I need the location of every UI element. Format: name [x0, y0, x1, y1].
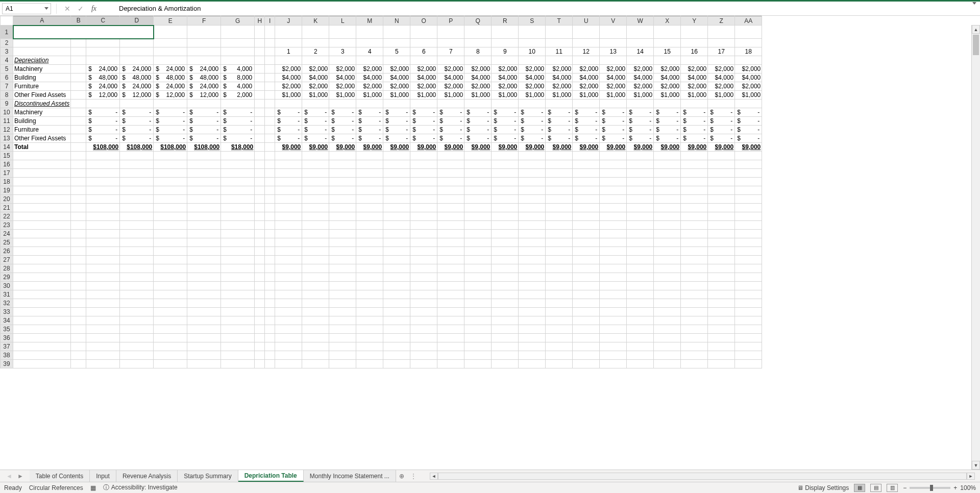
- cell-J38[interactable]: [275, 351, 302, 360]
- cell-B6[interactable]: [71, 73, 86, 82]
- cell-L28[interactable]: [329, 264, 356, 273]
- cell-U13[interactable]: $-: [573, 134, 600, 143]
- cell-J19[interactable]: [275, 186, 302, 195]
- cell-L9[interactable]: [329, 100, 356, 108]
- cell-Y27[interactable]: [681, 256, 708, 264]
- cell-Z2[interactable]: [708, 39, 735, 47]
- cell-Y35[interactable]: [681, 325, 708, 334]
- cell-J35[interactable]: [275, 325, 302, 334]
- cell-X36[interactable]: [654, 334, 681, 342]
- col-header-Z[interactable]: Z: [708, 16, 735, 26]
- cell-K5[interactable]: $2,000: [302, 65, 329, 73]
- cell-Y10[interactable]: $-: [681, 108, 708, 117]
- cell-AA25[interactable]: [735, 238, 762, 247]
- row-header-35[interactable]: 35: [1, 325, 13, 334]
- cell-D7[interactable]: $24,000: [120, 82, 154, 91]
- cell-X23[interactable]: [654, 221, 681, 230]
- cell-Y6[interactable]: $4,000: [681, 73, 708, 82]
- cell-C35[interactable]: [86, 325, 120, 334]
- cell-U5[interactable]: $2,000: [573, 65, 600, 73]
- cell-Q11[interactable]: $-: [464, 117, 492, 126]
- cell-P38[interactable]: [437, 351, 464, 360]
- cell-Q18[interactable]: [464, 178, 492, 186]
- cell-K12[interactable]: $-: [302, 126, 329, 134]
- cell-I9[interactable]: [265, 100, 275, 108]
- cell-F7[interactable]: $24,000: [187, 82, 221, 91]
- scroll-down-icon[interactable]: ▼: [972, 461, 980, 470]
- cell-C9[interactable]: [86, 100, 120, 108]
- cell-A21[interactable]: [13, 204, 71, 212]
- cell-P3[interactable]: 7: [437, 47, 464, 56]
- cell-Q39[interactable]: [464, 360, 492, 368]
- cell-D32[interactable]: [120, 299, 154, 308]
- cell-L37[interactable]: [329, 342, 356, 351]
- cell-T26[interactable]: [546, 247, 573, 256]
- cell-A37[interactable]: [13, 342, 71, 351]
- cell-G39[interactable]: [221, 360, 255, 368]
- cell-C16[interactable]: [86, 160, 120, 169]
- cell-H11[interactable]: [255, 117, 265, 126]
- cell-I23[interactable]: [265, 221, 275, 230]
- cell-X35[interactable]: [654, 325, 681, 334]
- cell-G26[interactable]: [221, 247, 255, 256]
- cell-P26[interactable]: [437, 247, 464, 256]
- cell-S36[interactable]: [519, 334, 546, 342]
- cell-Y23[interactable]: [681, 221, 708, 230]
- cell-X31[interactable]: [654, 290, 681, 299]
- cell-S24[interactable]: [519, 230, 546, 238]
- cell-Y17[interactable]: [681, 169, 708, 178]
- cell-O26[interactable]: [410, 247, 437, 256]
- cell-E20[interactable]: [154, 195, 187, 204]
- cell-O8[interactable]: $1,000: [410, 91, 437, 100]
- cell-U1[interactable]: [573, 26, 600, 39]
- cell-U32[interactable]: [573, 299, 600, 308]
- cell-J13[interactable]: $-: [275, 134, 302, 143]
- cell-I35[interactable]: [265, 325, 275, 334]
- cell-N22[interactable]: [383, 212, 410, 221]
- zoom-out-icon[interactable]: −: [903, 484, 906, 491]
- cell-E32[interactable]: [154, 299, 187, 308]
- cell-R39[interactable]: [492, 360, 519, 368]
- cell-V5[interactable]: $2,000: [600, 65, 627, 73]
- col-header-I[interactable]: I: [265, 16, 275, 26]
- cell-Y36[interactable]: [681, 334, 708, 342]
- cell-L6[interactable]: $4,000: [329, 73, 356, 82]
- cell-E3[interactable]: [154, 47, 187, 56]
- macro-record-icon[interactable]: ▦: [90, 484, 96, 491]
- cell-T5[interactable]: $2,000: [546, 65, 573, 73]
- cell-U30[interactable]: [573, 282, 600, 290]
- cell-Q5[interactable]: $2,000: [464, 65, 492, 73]
- cell-Q28[interactable]: [464, 264, 492, 273]
- cell-U25[interactable]: [573, 238, 600, 247]
- cell-O34[interactable]: [410, 316, 437, 325]
- cell-K4[interactable]: [302, 56, 329, 65]
- cell-D22[interactable]: [120, 212, 154, 221]
- cell-P28[interactable]: [437, 264, 464, 273]
- cell-J28[interactable]: [275, 264, 302, 273]
- cell-I33[interactable]: [265, 308, 275, 316]
- cell-P9[interactable]: [437, 100, 464, 108]
- cell-R30[interactable]: [492, 282, 519, 290]
- cell-R17[interactable]: [492, 169, 519, 178]
- cell-AA9[interactable]: [735, 100, 762, 108]
- cell-W18[interactable]: [627, 178, 654, 186]
- cell-A27[interactable]: [13, 256, 71, 264]
- cell-Y39[interactable]: [681, 360, 708, 368]
- cell-P17[interactable]: [437, 169, 464, 178]
- row-header-37[interactable]: 37: [1, 342, 13, 351]
- cell-U21[interactable]: [573, 204, 600, 212]
- cell-D5[interactable]: $24,000: [120, 65, 154, 73]
- zoom-level[interactable]: 100%: [960, 484, 976, 491]
- cell-J25[interactable]: [275, 238, 302, 247]
- cell-C10[interactable]: $-: [86, 108, 120, 117]
- cell-O36[interactable]: [410, 334, 437, 342]
- cell-L12[interactable]: $-: [329, 126, 356, 134]
- cell-I30[interactable]: [265, 282, 275, 290]
- cell-G29[interactable]: [221, 273, 255, 282]
- row-header-7[interactable]: 7: [1, 82, 13, 91]
- cell-I19[interactable]: [265, 186, 275, 195]
- cell-N12[interactable]: $-: [383, 126, 410, 134]
- zoom-control[interactable]: − + 100%: [903, 484, 976, 491]
- cell-Y18[interactable]: [681, 178, 708, 186]
- cell-B13[interactable]: [71, 134, 86, 143]
